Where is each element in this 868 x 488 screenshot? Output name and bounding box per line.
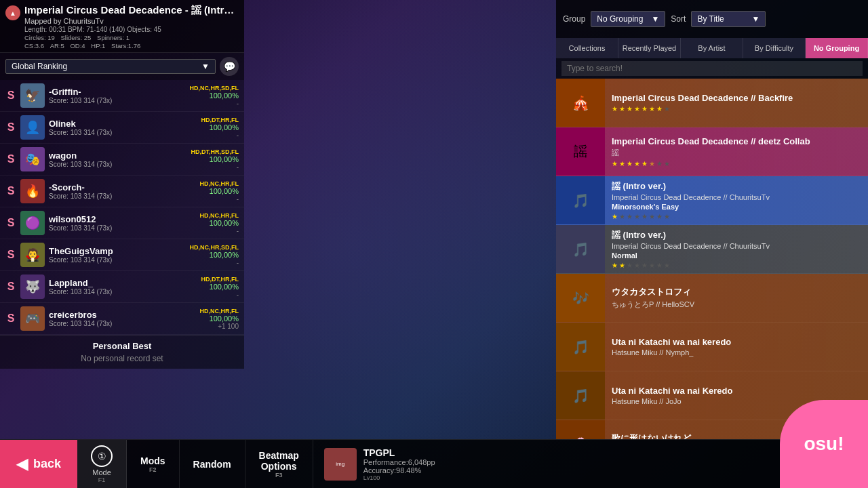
song-list-item[interactable]: 🎶 ウタカタストロフィ ちゅうとろP // HelloSCV <box>556 274 868 323</box>
song-thumbnail: 🎵 <box>556 225 605 273</box>
song-list-item[interactable]: 🎵 謡 (Intro ver.) Imperial Circus Dead De… <box>556 176 868 225</box>
score-entry[interactable]: S 🎮 creicerbros Score: 103 314 (73x) HD,… <box>0 303 244 335</box>
beatmap-label: Beatmap <box>259 450 299 461</box>
bottom-bar: ◀ back ① Mode F1 Mods F2 Random Beatmap … <box>0 439 868 488</box>
star-icon: ★ <box>627 160 633 167</box>
star-icon: ★ <box>612 262 618 269</box>
score-info: Olinek Score: 103 314 (73x) <box>49 119 197 136</box>
song-thumbnail: 🌸 <box>556 420 605 439</box>
score-entry[interactable]: S 🦅 -Griffin- Score: 103 314 (73x) HD,NC… <box>0 80 244 112</box>
star-empty-icon: ★ <box>656 262 663 269</box>
star-icon: ★ <box>642 105 648 113</box>
mods-label: Mods <box>140 455 165 466</box>
song-entry-subtitle: Imperial Circus Dead Decadence // Chuuri… <box>612 242 861 250</box>
group-dropdown[interactable]: No Grouping ▼ <box>591 11 665 27</box>
song-entry-title: 謡 (Intro ver.) <box>612 180 861 192</box>
star-empty-icon: ★ <box>664 160 670 167</box>
score-right: HD,NC,HR,FL 100,00% +1 100 <box>200 308 239 330</box>
score-mods: HD,NC,HR,FL <box>200 308 239 314</box>
song-list-item[interactable]: 🎪 Imperial Circus Dead Decadence // Back… <box>556 79 868 127</box>
score-username: -Griffin- <box>49 87 186 97</box>
song-bpm: BPM: 71-140 (140) <box>68 26 125 33</box>
beatmap-options-button[interactable]: Beatmap Options F3 <box>245 440 313 488</box>
song-entry-diff: Normal <box>612 251 861 260</box>
score-info: -Griffin- Score: 103 314 (73x) <box>49 87 186 104</box>
filter-tab-by-artist[interactable]: By Artist <box>681 38 743 58</box>
star-icon: ★ <box>619 262 625 269</box>
back-arrow-icon: ◀ <box>16 455 28 473</box>
song-stars: ★★★★★★★★ <box>612 262 861 269</box>
song-entry-title: Imperial Circus Dead Decadence // Backfi… <box>612 93 861 103</box>
score-right: HD,NC,HR,FL 100,00% - <box>200 180 239 203</box>
search-input[interactable] <box>561 61 863 76</box>
song-stars: ★★★★★★★★ <box>612 160 861 167</box>
song-list-item[interactable]: 🎵 謡 (Intro ver.) Imperial Circus Dead De… <box>556 225 868 274</box>
score-entry[interactable]: S 👤 Olinek Score: 103 314 (73x) HD,DT,HR… <box>0 112 244 144</box>
sort-label: Sort <box>671 14 686 24</box>
score-entry[interactable]: S 🎭 wagon Score: 103 314 (73x) HD,DT,HR,… <box>0 144 244 176</box>
score-entry[interactable]: S 🟣 wilson0512 Score: 103 314 (73x) HD,N… <box>0 207 244 239</box>
score-dash: - <box>190 100 239 107</box>
song-entry-diff: Minorsonek's Easy <box>612 203 861 211</box>
osu-logo[interactable]: osu! <box>780 400 868 488</box>
score-username: Olinek <box>49 119 197 129</box>
score-points: Score: 103 314 (73x) <box>49 161 187 168</box>
star-empty-icon: ★ <box>656 160 663 167</box>
score-pct: 100,00% <box>200 187 239 195</box>
mode-key: F1 <box>98 476 106 483</box>
filter-tab-by-difficulty[interactable]: By Difficulty <box>743 38 806 58</box>
score-rank-icon: S <box>5 185 16 197</box>
score-right: HD,NC,HR,SD,FL 100,00% - <box>190 85 239 107</box>
chat-button[interactable]: 💬 <box>220 57 239 76</box>
mode-button[interactable]: ① Mode F1 <box>77 440 127 488</box>
song-list-item[interactable]: 🎵 Uta ni Katachi wa nai keredo Hatsune M… <box>556 323 868 371</box>
ranking-dropdown[interactable]: Global Ranking ▼ <box>5 59 216 74</box>
player-accuracy: Accuracy:98.48% <box>363 466 797 474</box>
star-icon: ★ <box>656 105 663 113</box>
score-mods: HD,NC,HR,FL <box>200 212 239 219</box>
search-bar <box>556 58 868 79</box>
ranking-dropdown-arrow: ▼ <box>201 62 210 71</box>
song-entry-info: ウタカタストロフィ ちゅうとろP // HelloSCV <box>605 274 868 322</box>
song-header: Imperial Circus Dead Decadence - 謡 (Intr… <box>0 0 244 53</box>
song-entry-info: Imperial Circus Dead Decadence // deetz … <box>605 127 868 176</box>
star-icon: ★ <box>612 213 618 220</box>
song-mapped-by: Mapped by ChuuritsuTv <box>24 17 237 25</box>
song-list: 🎪 Imperial Circus Dead Decadence // Back… <box>556 79 868 439</box>
score-info: wilson0512 Score: 103 314 (73x) <box>49 214 196 232</box>
song-length: Length: 00:31 <box>24 26 66 33</box>
star-icon: ★ <box>634 160 640 167</box>
group-arrow: ▼ <box>651 14 659 24</box>
beatmap-sub: Options <box>261 461 297 472</box>
song-entry-subtitle: ちゅうとろP // HelloSCV <box>612 300 861 310</box>
mode-label: Mode <box>92 468 111 476</box>
song-entry-title: ウタカタストロフィ <box>612 286 861 298</box>
random-button[interactable]: Random <box>180 440 245 488</box>
score-right: HD,DT,HR,SD,FL 100,00% - <box>191 148 239 171</box>
song-entry-info: 謡 (Intro ver.) Imperial Circus Dead Deca… <box>605 225 868 273</box>
mode-circle-icon: ① <box>91 445 113 467</box>
mods-button[interactable]: Mods F2 <box>127 440 180 488</box>
filter-tab-no-grouping[interactable]: No Grouping <box>806 38 868 58</box>
score-pct: 100,00% <box>190 92 239 100</box>
player-details: TPGPL Performance:6,048pp Accuracy:98.48… <box>363 447 797 481</box>
song-entry-subtitle: Imperial Circus Dead Decadence // Chuuri… <box>612 193 861 201</box>
score-entry[interactable]: S 🐺 Lappland_ Score: 103 314 (73x) HD,DT… <box>0 271 244 303</box>
back-button[interactable]: ◀ back <box>0 440 77 488</box>
star-icon: ★ <box>612 160 618 167</box>
filter-tab-recently-played[interactable]: Recently Played <box>618 38 681 58</box>
score-mods: HD,NC,HR,SD,FL <box>190 85 239 92</box>
song-entry-info: Uta ni Katachi wa nai keredo Hatsune Mik… <box>605 323 868 371</box>
score-mods: HD,DT,HR,FL <box>201 276 239 283</box>
top-icon[interactable]: ▲ <box>5 5 20 20</box>
filter-tab-collections[interactable]: Collections <box>556 38 618 58</box>
song-thumbnail: 謡 <box>556 127 605 176</box>
star-icon: ★ <box>612 105 618 113</box>
score-entry[interactable]: S 🔥 -Scorch- Score: 103 314 (73x) HD,NC,… <box>0 176 244 207</box>
star-icon: ★ <box>634 105 640 113</box>
sort-dropdown[interactable]: By Title ▼ <box>691 11 766 27</box>
score-pct: 100,00% <box>190 251 239 259</box>
song-list-item[interactable]: 謡 Imperial Circus Dead Decadence // deet… <box>556 127 868 176</box>
player-avatar: img <box>324 448 357 481</box>
score-entry[interactable]: S 🧛 TheGuigsVamp Score: 103 314 (73x) HD… <box>0 239 244 271</box>
